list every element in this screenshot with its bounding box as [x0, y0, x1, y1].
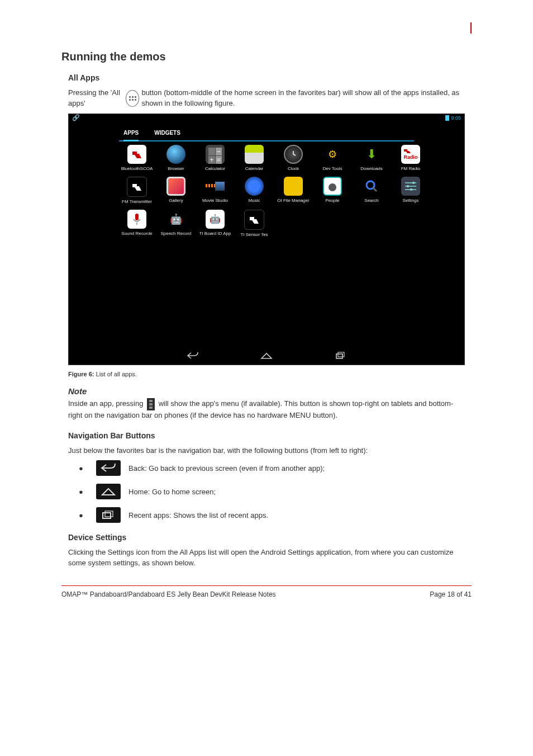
status-time: 9:05 [451, 115, 461, 121]
svg-rect-15 [105, 511, 113, 517]
app-fm-transmitter[interactable]: FM Transmitter [119, 177, 155, 204]
subsection-nav-buttons: Navigation Bar Buttons [68, 431, 472, 440]
menu-dots-icon [147, 398, 155, 410]
svg-point-9 [410, 188, 412, 191]
all-apps-icon [126, 90, 139, 107]
status-bar: 🔗 9:05 [69, 114, 464, 122]
app-label: Gallery [169, 198, 183, 203]
app-label: Calculator [205, 166, 225, 171]
app-speech-record[interactable]: 🤖Speech Record [158, 210, 194, 237]
figure-caption-num: Figure 6: [68, 371, 94, 377]
home-icon [96, 484, 121, 499]
app-label: Calendar [245, 166, 263, 171]
nav-list: ●Back: Go back to previous screen (even … [68, 460, 465, 523]
app-dev-tools[interactable]: ⚙Dev Tools [315, 145, 350, 171]
app-label: TI Board ID App [199, 231, 231, 236]
app-label: TI Sensor Tes [240, 232, 268, 237]
note-pre: Inside an app, pressing [68, 399, 145, 408]
app-label: BluetoothSCOA [121, 166, 153, 171]
footer-right: Page 18 of 41 [430, 590, 472, 598]
svg-point-7 [407, 185, 409, 187]
settings-text: Clicking the Settings icon from the All … [68, 547, 465, 569]
app-clock[interactable]: Clock [275, 145, 311, 171]
app-browser[interactable]: Browser [158, 145, 194, 171]
app-label: Browser [168, 166, 184, 171]
app-bluetoothscoa[interactable]: BluetoothSCOA [119, 145, 155, 171]
app-fm-radio[interactable]: RadioFM Radio [393, 145, 429, 171]
apps-intro-text: Pressing the 'All apps' button (bottom-m… [68, 88, 465, 109]
apps-tabs: APPS WIDGETS [119, 130, 414, 141]
screenshot-all-apps: 🔗 9:05 APPS WIDGETS BluetoothSCOABrowser… [68, 114, 465, 365]
nav-bar [69, 352, 464, 361]
app-search[interactable]: Search [354, 177, 389, 204]
tab-apps[interactable]: APPS [123, 130, 139, 141]
app-label: People [326, 198, 340, 203]
app-label: Search [364, 198, 378, 203]
svg-line-3 [373, 188, 377, 191]
home-icon[interactable] [260, 352, 273, 361]
app-label: FM Radio [401, 166, 421, 171]
nav-item-text: Home: Go to home screen; [129, 488, 216, 496]
app-label: Sound Recorde [121, 231, 153, 236]
app-label: Settings [403, 198, 419, 203]
footer-left: OMAP™ Pandaboard/Pandaboard ES Jelly Bea… [61, 590, 276, 598]
app-label: Clock [288, 166, 299, 171]
recent-icon [96, 507, 121, 523]
app-ti-sensor-tes[interactable]: TI Sensor Tes [236, 210, 272, 237]
note-block: Note Inside an app, pressing will show t… [68, 386, 465, 421]
nav-item-text: Recent apps: Shows the list of recent ap… [129, 511, 268, 519]
bullet: ● [68, 488, 96, 496]
app-calculator[interactable]: −+=Calculator [197, 145, 233, 171]
app-calendar[interactable]: Calendar [236, 145, 272, 171]
footer: OMAP™ Pandaboard/Pandaboard ES Jelly Bea… [61, 585, 472, 598]
app-gallery[interactable]: Gallery [158, 177, 194, 204]
recent-apps-icon[interactable] [334, 352, 346, 361]
nav-item-home: ●Home: Go to home screen; [68, 484, 465, 499]
app-music[interactable]: Music [236, 177, 272, 204]
nav-item-text: Back: Go back to previous screen (even i… [129, 464, 325, 472]
app-label: OI File Manager [277, 198, 309, 203]
bullet: ● [68, 464, 96, 472]
apps-intro-pre: Pressing the 'All apps' [68, 88, 123, 109]
app-grid: BluetoothSCOABrowser−+=CalculatorCalenda… [119, 145, 420, 237]
app-movie-studio[interactable]: Movie Studio [197, 177, 233, 204]
svg-rect-10 [135, 214, 139, 220]
app-ti-board-id-app[interactable]: 🤖TI Board ID App [197, 210, 233, 237]
svg-line-1 [293, 154, 296, 155]
tab-widgets[interactable]: WIDGETS [154, 130, 180, 138]
app-label: Dev Tools [323, 166, 342, 171]
debug-icon: 🔗 [72, 114, 80, 121]
back-icon [96, 460, 121, 476]
app-oi-file-manager[interactable]: OI File Manager [275, 177, 311, 204]
app-people[interactable]: People [315, 177, 350, 204]
svg-point-5 [412, 182, 415, 184]
app-label: Downloads [360, 166, 383, 171]
battery-icon [445, 115, 449, 121]
note-body: Inside an app, pressing will show the ap… [68, 398, 465, 421]
app-settings[interactable]: Settings [393, 177, 429, 204]
app-sound-recorde[interactable]: Sound Recorde [119, 210, 155, 237]
back-icon[interactable] [187, 352, 199, 361]
figure-caption-text: List of all apps. [94, 371, 136, 377]
note-head: Note [68, 386, 465, 396]
app-label: Movie Studio [202, 198, 228, 203]
header-page-no [61, 22, 472, 34]
svg-rect-14 [103, 513, 111, 518]
svg-rect-12 [336, 354, 342, 358]
app-downloads[interactable]: ⬇Downloads [354, 145, 389, 171]
app-label: Speech Record [160, 231, 191, 236]
svg-rect-13 [338, 352, 344, 357]
figure-caption: Figure 6: List of all apps. [68, 371, 465, 377]
bullet: ● [68, 511, 96, 519]
subsection-device-settings: Device Settings [68, 533, 472, 542]
apps-intro-post: button (bottom-middle of the home screen… [141, 88, 465, 109]
app-label: FM Transmitter [122, 199, 152, 204]
nav-intro: Just below the favorites bar is the navi… [68, 446, 465, 456]
nav-item-recent: ●Recent apps: Shows the list of recent a… [68, 507, 465, 523]
section-title: Running the demos [61, 50, 472, 63]
svg-point-2 [367, 181, 374, 189]
app-label: Music [249, 198, 260, 203]
nav-item-back: ●Back: Go back to previous screen (even … [68, 460, 465, 476]
subsection-all-apps: All Apps [68, 73, 472, 82]
